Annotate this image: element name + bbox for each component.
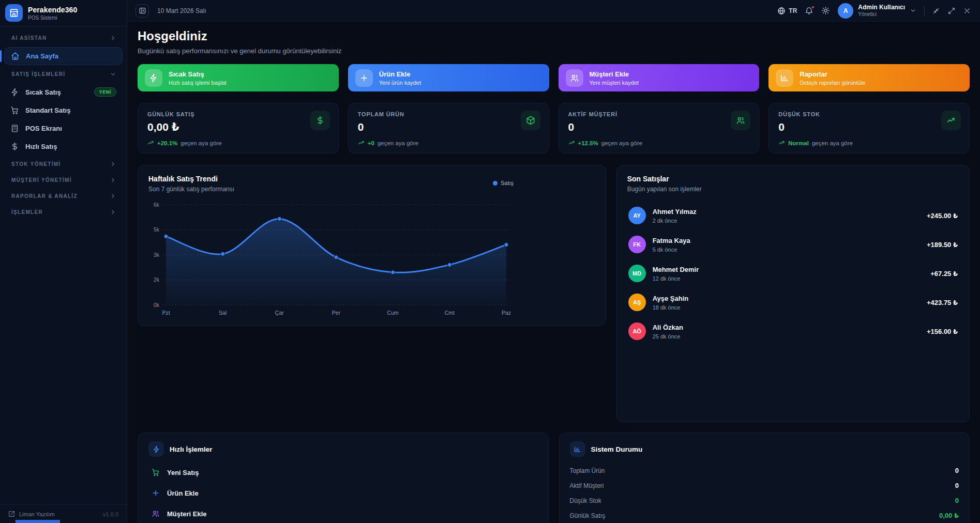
arrows-out-icon xyxy=(948,7,955,14)
sidebar-item-sicak-satis[interactable]: Sıcak Satış YENİ xyxy=(4,83,123,101)
stat-card-dusuk-stok: DÜŞÜK STOK 0 Normal geçen aya göre xyxy=(768,103,970,153)
sale-amount: +423.75 ₺ xyxy=(927,299,958,306)
sidebar-nav: AI ASİSTAN Ana Sayfa SATIŞ İŞLEMLERİ Sıc… xyxy=(0,27,127,220)
svg-text:6k: 6k xyxy=(154,202,160,208)
stat-card-toplam-urun: TOPLAM ÜRÜN 0 +0 geçen aya göre xyxy=(348,103,549,153)
stat-delta: Normal geçen aya göre xyxy=(778,140,853,146)
action-card-urun-ekle[interactable]: Ürün Ekle Yeni ürün kaydet xyxy=(348,64,549,91)
sidebar-collapse-button[interactable] xyxy=(135,4,149,18)
sidebar-section-raporlar-analiz[interactable]: RAPORLAR & ANALİZ xyxy=(0,188,127,204)
user-role: Yönetici xyxy=(858,11,905,17)
panel-collapse-icon xyxy=(139,7,146,14)
user-menu[interactable]: A Admin Kullanıcı Yönetici xyxy=(838,3,916,19)
arrows-in-icon xyxy=(932,7,940,14)
section-label: AI ASİSTAN xyxy=(11,35,47,41)
weekly-sales-line-chart: 0k2k3k5k6kPztSalÇarPerCumCmtPaz xyxy=(148,201,514,322)
avatar: AŞ xyxy=(628,294,646,311)
stat-value: 0,00 ₺ xyxy=(147,121,329,133)
avatar: A xyxy=(838,3,853,19)
action-card-musteri-ekle[interactable]: Müşteri Ekle Yeni müşteri kaydet xyxy=(559,64,760,91)
globe-icon xyxy=(777,7,786,15)
quick-item-yeni-satis[interactable]: Yeni Satış xyxy=(148,462,538,483)
page-title: Hoşgeldiniz xyxy=(138,29,970,43)
sale-item[interactable]: AŞ Ayşe Şahin 18 dk önce +423.75 ₺ xyxy=(627,288,959,317)
sale-item[interactable]: AY Ahmet Yılmaz 2 dk önce +245.00 ₺ xyxy=(627,201,959,230)
sidebar-section-satis-islemleri[interactable]: SATIŞ İŞLEMLERİ xyxy=(0,66,127,82)
window-restore-button[interactable] xyxy=(932,7,940,14)
taskbar-strip xyxy=(16,520,60,523)
sidebar-item-home[interactable]: Ana Sayfa xyxy=(4,47,123,65)
close-icon xyxy=(963,7,971,14)
zap-icon xyxy=(145,69,162,87)
sidebar-item-hizli-satis[interactable]: Hızlı Satış xyxy=(4,138,123,155)
customer-name: Ali Özkan xyxy=(653,324,683,331)
sidebar-item-label: Standart Satış xyxy=(25,106,70,114)
sale-item[interactable]: AÖ Ali Özkan 25 dk önce +156.00 ₺ xyxy=(627,317,959,346)
action-card-raporlar[interactable]: Raporlar Detaylı raporları görüntüle xyxy=(768,64,970,91)
delta-value: Normal xyxy=(788,140,809,146)
sidebar-item-standart-satis[interactable]: Standart Satış xyxy=(4,102,123,119)
recent-sales-subtitle: Bugün yapılan son işlemler xyxy=(627,186,959,193)
chevron-down-icon xyxy=(110,71,116,78)
window-maximize-button[interactable] xyxy=(948,7,955,14)
sidebar: Perakende360 POS Sistemi AI ASİSTAN Ana … xyxy=(0,0,127,523)
sidebar-item-pos-ekrani[interactable]: POS Ekranı xyxy=(4,120,123,137)
quick-operations-title: Hızlı İşlemler xyxy=(170,445,213,453)
svg-text:Pzt: Pzt xyxy=(162,310,170,316)
sidebar-section-musteri-yonetimi[interactable]: MÜŞTERİ YÖNETİMİ xyxy=(0,172,127,188)
stat-value: 0 xyxy=(778,121,960,133)
quick-item-musteri-ekle[interactable]: Müşteri Ekle xyxy=(148,503,538,523)
stat-card-aktif-musteri: AKTİF MÜŞTERİ 0 +12.5% geçen aya göre xyxy=(559,103,760,153)
theme-toggle-button[interactable] xyxy=(821,6,830,15)
section-label: RAPORLAR & ANALİZ xyxy=(11,193,78,199)
package-icon xyxy=(521,111,540,130)
sale-item[interactable]: FK Fatma Kaya 5 dk önce +189.50 ₺ xyxy=(627,230,959,259)
window-close-button[interactable] xyxy=(963,7,971,14)
topbar-divider xyxy=(924,6,925,16)
sidebar-section-stok-yonetimi[interactable]: STOK YÖNETİMİ xyxy=(0,156,127,172)
status-label: Düşük Stok xyxy=(570,497,601,504)
quick-item-urun-ekle[interactable]: Ürün Ekle xyxy=(148,483,538,503)
app-tagline: POS Sistemi xyxy=(28,15,77,21)
app-logo: Perakende360 POS Sistemi xyxy=(0,0,127,27)
section-label: SATIŞ İŞLEMLERİ xyxy=(11,71,65,77)
app-window: Perakende360 POS Sistemi AI ASİSTAN Ana … xyxy=(0,0,980,523)
sidebar-section-islemler[interactable]: İŞLEMLER xyxy=(0,204,127,220)
quick-item-label: Yeni Satış xyxy=(167,469,199,476)
calculator-icon xyxy=(10,124,19,133)
svg-text:Sal: Sal xyxy=(219,310,227,316)
status-value: 0 xyxy=(955,482,959,489)
stat-delta: +20.1% geçen aya göre xyxy=(147,140,222,146)
quick-item-label: Müşteri Ekle xyxy=(167,510,207,518)
system-status-title: Sistem Durumu xyxy=(591,445,643,453)
vendor-link[interactable]: Liman Yazılım xyxy=(8,511,55,517)
new-badge: YENİ xyxy=(94,87,116,97)
sale-time: 18 dk önce xyxy=(653,304,689,311)
sale-amount: +189.50 ₺ xyxy=(927,241,958,249)
svg-text:Paz: Paz xyxy=(502,310,511,316)
sale-time: 12 dk önce xyxy=(653,275,699,282)
sale-item[interactable]: MD Mehmet Demir 12 dk önce +67.25 ₺ xyxy=(627,259,959,288)
recent-sales-title: Son Satışlar xyxy=(627,175,959,183)
page-subtitle: Bugünkü satış performansınızı ve genel d… xyxy=(138,47,970,55)
window-controls xyxy=(932,7,971,14)
language-switcher[interactable]: TR xyxy=(777,7,797,15)
dollar-icon xyxy=(310,111,330,130)
weekly-sales-card: Haftalık Satış Trendi Son 7 günlük satış… xyxy=(138,165,606,326)
action-card-sicak-satis[interactable]: Sıcak Satış Hızlı satış işlemi başlat xyxy=(138,64,339,91)
delta-note: geçen aya göre xyxy=(378,140,418,146)
notifications-button[interactable] xyxy=(805,6,813,15)
action-title: Sıcak Satış xyxy=(169,70,227,78)
customer-name: Ayşe Şahin xyxy=(653,295,689,302)
svg-text:Çar: Çar xyxy=(275,310,284,316)
status-value: 0 xyxy=(955,497,959,504)
sale-time: 25 dk önce xyxy=(653,333,683,340)
quick-action-cards: Sıcak Satış Hızlı satış işlemi başlat Ür… xyxy=(138,64,970,91)
app-name: Perakende360 xyxy=(28,6,77,14)
action-title: Raporlar xyxy=(800,70,865,78)
sidebar-section-ai-asistan[interactable]: AI ASİSTAN xyxy=(0,30,127,46)
customer-name: Ahmet Yılmaz xyxy=(653,208,697,216)
chart-legend[interactable]: Satış xyxy=(493,180,514,186)
stat-label: DÜŞÜK STOK xyxy=(778,111,960,117)
action-desc: Hızlı satış işlemi başlat xyxy=(169,80,227,86)
